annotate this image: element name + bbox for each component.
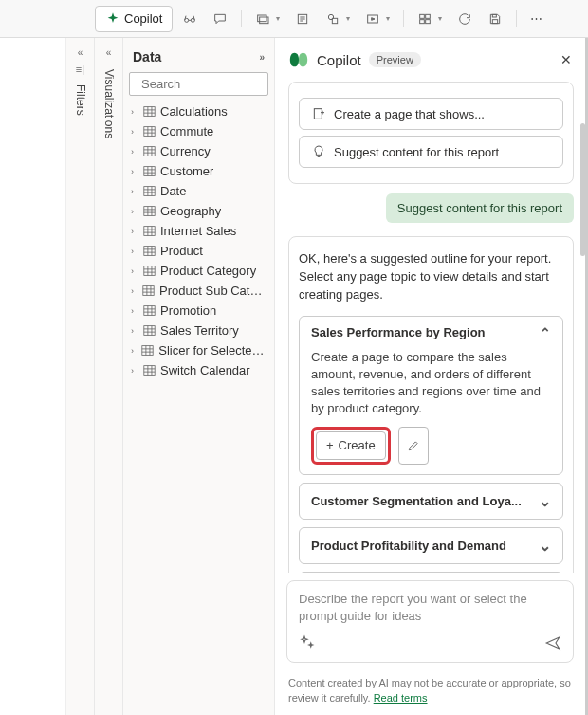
- svg-rect-3: [260, 17, 268, 24]
- toolbar-btn-6[interactable]: ▾: [359, 8, 395, 30]
- table-item[interactable]: ›Commute: [129, 121, 268, 141]
- prompt-placeholder: Describe the report you want or select t…: [299, 591, 561, 625]
- toolbar-btn-8[interactable]: [451, 8, 478, 30]
- toolbar-btn-7[interactable]: ▾: [412, 8, 448, 30]
- table-icon: [143, 105, 156, 118]
- table-label: Product: [160, 244, 203, 258]
- send-button[interactable]: [544, 634, 561, 654]
- accordion-header[interactable]: Product Profitability and Demand: [300, 528, 562, 563]
- table-icon: [143, 364, 156, 376]
- chevron-right-icon: ›: [131, 167, 138, 176]
- toolbar-btn-9[interactable]: [482, 8, 508, 30]
- svg-rect-9: [426, 14, 431, 18]
- table-label: Sales Territory: [160, 323, 239, 338]
- table-item[interactable]: ›Currency: [129, 141, 268, 161]
- lightbulb-icon: [311, 144, 326, 159]
- play-icon: [365, 11, 380, 27]
- accordion-header[interactable]: Sales Performance by Region: [300, 317, 562, 349]
- toolbar-more[interactable]: ⋯: [524, 8, 548, 29]
- copilot-title: Copilot: [317, 52, 361, 68]
- canvas-area: [0, 38, 66, 715]
- accordion-header[interactable]: Customer Segmentation and Loya...: [300, 484, 562, 519]
- table-item[interactable]: ›Product Category: [129, 261, 268, 281]
- filters-panel: « ≡| Filters: [66, 38, 95, 715]
- shapes-icon: [325, 11, 340, 27]
- glasses-icon: [182, 11, 197, 27]
- table-item[interactable]: ›Slicer for Selected Mea...: [129, 340, 268, 360]
- table-icon: [143, 205, 156, 217]
- prompt-guide-button[interactable]: [299, 634, 316, 654]
- svg-rect-18: [144, 167, 155, 176]
- read-terms-link[interactable]: Read terms: [374, 692, 428, 704]
- create-highlight: +Create: [311, 427, 391, 465]
- assistant-card: OK, here's a suggested outline for your …: [288, 236, 574, 573]
- disclaimer: Content created by AI may not be accurat…: [275, 670, 585, 715]
- toolbar-btn-2[interactable]: [207, 8, 233, 30]
- table-icon: [143, 324, 156, 337]
- viz-label[interactable]: Visualizations: [102, 65, 116, 142]
- table-item[interactable]: ›Product: [129, 241, 268, 261]
- chevron-right-icon: ›: [131, 286, 138, 296]
- toolbar-btn-4[interactable]: [289, 8, 316, 30]
- toolbar-btn-1[interactable]: [176, 8, 203, 30]
- table-icon: [141, 344, 154, 357]
- table-item[interactable]: ›Promotion: [129, 301, 268, 321]
- create-button[interactable]: +Create: [316, 431, 386, 460]
- svg-rect-11: [426, 19, 431, 23]
- table-item[interactable]: ›Date: [129, 181, 268, 201]
- filters-label[interactable]: Filters: [74, 81, 87, 119]
- suggestion-title: Customer Segmentation and Loya...: [311, 494, 522, 508]
- edit-button[interactable]: [398, 427, 429, 465]
- table-label: Slicer for Selected Mea...: [158, 343, 266, 358]
- data-collapse[interactable]: »: [259, 52, 265, 63]
- create-page-suggestion[interactable]: Create a page that shows...: [299, 98, 563, 130]
- toolbar-divider-2: [403, 10, 404, 28]
- chat-body: Create a page that shows... Suggest cont…: [275, 82, 585, 573]
- text-icon: [295, 11, 310, 27]
- close-button[interactable]: ✕: [560, 52, 572, 67]
- toolbar-divider: [241, 10, 242, 28]
- svg-rect-8: [420, 14, 425, 18]
- search-input[interactable]: [129, 72, 268, 96]
- table-label: Internet Sales: [160, 224, 236, 238]
- svg-rect-23: [144, 266, 155, 276]
- svg-rect-28: [144, 366, 155, 376]
- table-icon: [143, 125, 156, 138]
- chevron-right-icon: ›: [131, 207, 138, 216]
- create-label: Create: [339, 437, 376, 454]
- table-item[interactable]: ›Geography: [129, 201, 268, 221]
- table-icon: [143, 225, 156, 237]
- chevron-right-icon: ›: [131, 326, 138, 336]
- svg-rect-24: [143, 286, 154, 296]
- filters-collapse[interactable]: «: [78, 47, 83, 58]
- table-item[interactable]: ›Internet Sales: [129, 221, 268, 241]
- scrollbar[interactable]: [580, 123, 585, 256]
- viz-collapse[interactable]: «: [106, 47, 112, 58]
- suggestion-card: Create a page that shows... Suggest cont…: [288, 82, 574, 184]
- toolbar-btn-5[interactable]: ▾: [320, 8, 356, 30]
- chevron-down-icon: [539, 537, 551, 555]
- table-item[interactable]: ›Product Sub Category: [129, 281, 268, 301]
- table-icon: [143, 145, 156, 157]
- suggest-content-button[interactable]: Suggest content for this report: [299, 136, 563, 168]
- card-icon: [255, 11, 270, 27]
- suggestion-accordion: Customer Segmentation and Loya...: [299, 483, 563, 520]
- chevron-right-icon: ›: [131, 247, 138, 256]
- svg-rect-21: [144, 227, 155, 236]
- table-item[interactable]: ›Switch Calendar: [129, 360, 268, 380]
- table-item[interactable]: ›Calculations: [129, 101, 268, 121]
- data-title: Data: [133, 49, 161, 64]
- toolbar-divider-3: [516, 10, 517, 28]
- svg-rect-17: [144, 147, 155, 156]
- table-icon: [143, 245, 156, 257]
- table-label: Currency: [160, 144, 211, 158]
- user-message: Suggest content for this report: [386, 193, 574, 223]
- table-item[interactable]: ›Customer: [129, 161, 268, 181]
- ribbon-toolbar: Copilot ▾ ▾ ▾ ▾ ⋯: [0, 0, 588, 38]
- toolbar-btn-3[interactable]: ▾: [249, 8, 285, 30]
- table-item[interactable]: ›Sales Territory: [129, 321, 268, 340]
- table-icon: [143, 185, 156, 197]
- prompt-input[interactable]: Describe the report you want or select t…: [286, 580, 574, 663]
- copilot-ribbon-button[interactable]: Copilot: [95, 6, 173, 32]
- svg-rect-19: [144, 187, 155, 196]
